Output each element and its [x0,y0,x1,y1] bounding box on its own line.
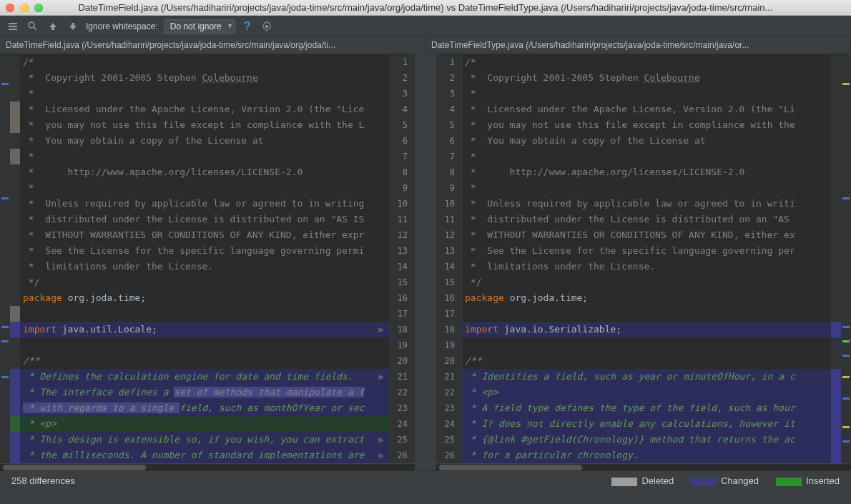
merge-right-arrow[interactable]: » [373,322,388,337]
code-line[interactable] [20,306,389,322]
code-line[interactable]: * [20,180,389,196]
left-hscroll[interactable] [0,463,415,470]
overview-mark[interactable] [842,197,850,199]
code-line[interactable]: * for a particular chronology. [462,448,831,463]
line-number: 7 [436,149,458,164]
overview-mark[interactable] [1,326,9,328]
find-button[interactable] [26,19,40,34]
code-line[interactable]: * Defines the calculation engine for dat… [20,369,389,385]
code-line[interactable]: * with regards to a single field, such a… [20,400,389,416]
left-marker-gutter[interactable] [0,54,10,463]
code-line[interactable]: * limitations under the License. [462,259,831,275]
scrollbar-thumb[interactable] [3,465,146,470]
left-editor[interactable]: /* * Copyright 2001-2005 Stephen Colebou… [20,54,389,463]
code-line[interactable]: */ [462,275,831,290]
merge-right-arrow[interactable]: » [373,448,388,463]
code-line[interactable]: * Copyright 2001-2005 Stephen Colebourne [20,70,389,86]
code-line[interactable]: import java.util.Locale; [20,322,389,337]
code-line[interactable]: * If does not directly enable any calcul… [462,416,831,432]
overview-mark[interactable] [842,426,850,428]
next-diff-button[interactable] [66,19,80,34]
code-line[interactable]: * [462,180,831,196]
code-line[interactable]: * WITHOUT WARRANTIES OR CONDITIONS OF AN… [20,227,389,243]
code-line[interactable]: * The interface defines a set of methods… [20,385,389,400]
line-number: 22 [389,385,410,400]
code-line[interactable]: package org.joda.time; [462,290,831,306]
code-line[interactable]: * <p> [20,416,389,432]
code-line[interactable]: /* [462,54,831,70]
code-line[interactable]: * [462,149,831,164]
code-line[interactable]: * the milliseconds. A number of standard… [20,448,389,463]
code-line[interactable]: * [20,86,389,102]
overview-mark[interactable] [842,326,850,328]
overview-mark[interactable] [842,83,850,85]
code-line[interactable]: * A field type defines the type of the f… [462,400,831,416]
minimize-window-button[interactable] [20,4,29,12]
help-button[interactable]: ? [241,20,254,33]
right-editor[interactable]: /* * Copyright 2001-2005 Stephen Colebou… [462,54,831,463]
code-line[interactable]: * distributed under the License is distr… [462,212,831,227]
scrollbar-thumb[interactable] [439,465,582,470]
code-line[interactable]: * distributed under the License is distr… [20,212,389,227]
code-line[interactable]: * [462,86,831,102]
code-line[interactable]: * http://www.apache.org/licenses/LICENSE… [462,164,831,180]
code-line[interactable]: * <p> [462,385,831,400]
line-number: 16 [389,290,410,306]
overview-mark[interactable] [842,397,850,400]
line-number: 3 [436,86,458,102]
code-line[interactable]: * [20,149,389,164]
code-line[interactable]: * limitations under the License. [20,259,389,275]
code-line[interactable]: * WITHOUT WARRANTIES OR CONDITIONS OF AN… [462,227,831,243]
code-line[interactable]: * Licensed under the Apache License, Ver… [462,102,831,117]
right-marker-gutter[interactable] [841,54,851,463]
code-line[interactable]: * See the License for the specific langu… [462,243,831,259]
overview-mark[interactable] [842,376,850,378]
code-line[interactable]: * Identifies a field, such as year or mi… [462,369,831,385]
code-line[interactable] [462,306,831,322]
code-line[interactable]: * You may obtain a copy of the License a… [20,133,389,149]
code-line[interactable]: import java.io.Serializable; [462,322,831,337]
code-line[interactable]: * {@link #getField(Chronology)} method t… [462,432,831,448]
code-line[interactable]: /** [462,353,831,369]
code-line[interactable]: */ [20,275,389,290]
code-line[interactable]: * Unless required by applicable law or a… [20,196,389,212]
overview-mark[interactable] [842,340,850,342]
right-hscroll[interactable] [436,463,851,470]
code-line[interactable]: * You may obtain a copy of the License a… [462,133,831,149]
prev-diff-button[interactable] [46,19,60,34]
code-line[interactable]: /* [20,54,389,70]
ignore-whitespace-dropdown[interactable]: Do not ignore [164,19,235,34]
code-line[interactable]: * Unless required by applicable law or a… [462,196,831,212]
code-line[interactable] [462,337,831,353]
code-line[interactable]: * http://www.apache.org/licenses/LICENSE… [20,164,389,180]
merge-right-arrow[interactable]: » [373,370,388,384]
code-line[interactable] [20,337,389,353]
overview-mark[interactable] [842,355,850,357]
code-line[interactable]: * you may not use this file except in co… [462,117,831,133]
code-line[interactable]: * you may not use this file except in co… [20,117,389,133]
arrow-down-icon [67,21,79,32]
code-line[interactable]: /** [20,353,389,369]
code-line[interactable]: * See the License for the specific langu… [20,243,389,259]
gutter-mark [831,227,841,243]
overview-mark[interactable] [1,340,9,342]
merge-right-arrow[interactable]: » [373,433,388,447]
code-line[interactable]: * Licensed under the Apache License, Ver… [20,102,389,117]
close-window-button[interactable] [6,4,14,12]
line-number: 15 [436,275,458,290]
code-line[interactable]: * This design is extensible so, if you w… [20,432,389,448]
overview-mark[interactable] [1,83,9,85]
code-line[interactable]: * Copyright 2001-2005 Stephen Colebourne [462,70,831,86]
right-change-gutter [831,54,841,463]
code-line[interactable]: package org.joda.time; [20,290,389,306]
line-number: 25 [436,432,458,448]
overview-mark[interactable] [842,440,850,443]
overview-mark[interactable] [1,376,9,378]
gutter-mark [831,86,841,102]
overview-mark[interactable] [1,197,9,199]
line-number: 11 [436,212,458,227]
zoom-window-button[interactable] [34,4,43,12]
settings-button[interactable] [260,19,274,34]
line-number: 23 [389,400,410,416]
collapse-all-button[interactable] [6,19,20,34]
